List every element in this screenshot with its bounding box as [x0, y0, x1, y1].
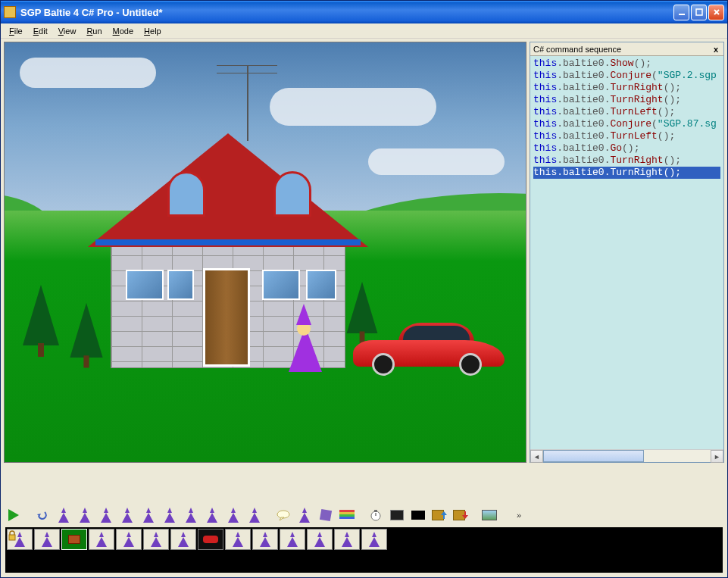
code-line[interactable]: this.baltie0.Conjure("SGP.87.sg [533, 118, 720, 130]
code-line[interactable]: this.baltie0.TurnRight(); [533, 82, 720, 94]
tool-wizard-walk[interactable] [54, 506, 73, 524]
scene-car [353, 323, 505, 376]
tool-wizard-action2[interactable] [245, 506, 264, 524]
tool-speech[interactable] [273, 506, 293, 524]
tool-cube[interactable] [316, 506, 336, 524]
command-thumb[interactable] [225, 529, 251, 550]
code-panel-close-icon[interactable]: x [711, 45, 720, 54]
close-button[interactable] [708, 5, 724, 20]
menu-run[interactable]: Run [81, 25, 107, 37]
horizontal-scrollbar[interactable]: ◄ ► [530, 449, 723, 462]
titlebar[interactable]: SGP Baltie 4 C# Pro - Untitled* [1, 1, 727, 23]
code-line[interactable]: this.baltie0.TurnRight(); [533, 94, 720, 106]
menu-view[interactable]: View [53, 25, 82, 37]
menu-help[interactable]: Help [139, 25, 167, 37]
tool-wizard-turnright2[interactable] [139, 506, 158, 524]
svg-rect-7 [339, 514, 355, 517]
window-title: SGP Baltie 4 C# Pro - Untitled* [20, 7, 673, 18]
code-line[interactable]: this.baltie0.TurnRight(); [533, 167, 720, 179]
menubar: File Edit View Run Mode Help [1, 23, 727, 39]
svg-rect-6 [339, 512, 355, 514]
tool-wizard-wave[interactable] [160, 506, 180, 524]
command-thumb[interactable] [280, 529, 305, 550]
tool-wizard-turn[interactable] [75, 506, 95, 524]
command-thumb[interactable] [34, 529, 60, 550]
svg-rect-5 [339, 510, 355, 512]
svg-rect-1 [696, 9, 702, 15]
tool-wizard-go[interactable] [96, 506, 116, 524]
scene-wizard [285, 304, 323, 372]
code-line[interactable]: this.baltie0.TurnLeft(); [533, 130, 720, 142]
app-icon [4, 6, 16, 18]
tool-box-down[interactable] [451, 506, 470, 524]
scroll-thumb[interactable] [543, 450, 644, 462]
tool-stopwatch[interactable] [366, 506, 386, 524]
svg-rect-10 [374, 510, 377, 512]
code-panel-title: C# command sequence [533, 45, 711, 54]
command-thumb[interactable] [307, 529, 333, 550]
code-area[interactable]: this.baltie0.Show();this.baltie0.Conjure… [530, 56, 723, 449]
tool-wizard-turnleft[interactable] [202, 506, 222, 524]
maximize-button[interactable] [691, 5, 707, 20]
tool-wizard-action[interactable] [223, 506, 243, 524]
command-thumb[interactable] [61, 529, 87, 550]
tool-wizard-wave2[interactable] [181, 506, 201, 524]
code-line[interactable]: this.baltie0.Go(); [533, 142, 720, 155]
command-thumb[interactable] [334, 529, 360, 550]
command-thumb[interactable] [143, 529, 169, 550]
command-thumb[interactable] [252, 529, 278, 550]
tool-black-box[interactable] [408, 506, 428, 524]
menu-mode[interactable]: Mode [108, 25, 139, 37]
svg-rect-8 [339, 517, 355, 519]
code-panel: C# command sequence x this.baltie0.Show(… [530, 42, 724, 463]
tool-more[interactable]: » [508, 506, 528, 524]
scene-viewport[interactable] [4, 42, 526, 463]
tool-wizard-turnright[interactable] [117, 506, 137, 524]
tool-terminal[interactable] [387, 506, 407, 524]
command-thumb[interactable] [116, 529, 142, 550]
scroll-left-button[interactable]: ◄ [530, 450, 543, 463]
code-line[interactable]: this.baltie0.Conjure("SGP.2.sgp [533, 70, 720, 82]
menu-file[interactable]: File [4, 25, 28, 37]
toolbar: » [1, 505, 727, 526]
code-line[interactable]: this.baltie0.Show(); [533, 58, 720, 70]
tool-screen[interactable] [480, 506, 499, 524]
tool-wizard-think[interactable] [295, 506, 314, 524]
command-thumb[interactable] [170, 529, 196, 550]
command-thumb[interactable] [361, 529, 387, 550]
code-line[interactable]: this.baltie0.TurnLeft(); [533, 106, 720, 118]
tool-box-up[interactable] [430, 506, 449, 524]
code-line[interactable]: this.baltie0.TurnRight(); [533, 155, 720, 167]
tool-rainbow[interactable] [337, 506, 357, 524]
minimize-button[interactable] [673, 5, 689, 20]
command-thumb[interactable] [89, 529, 114, 550]
menu-edit[interactable]: Edit [28, 25, 53, 37]
command-thumb[interactable] [198, 529, 223, 550]
scroll-track[interactable] [543, 450, 711, 462]
tool-play[interactable] [4, 506, 23, 524]
command-strip [5, 527, 723, 573]
svg-rect-0 [679, 14, 685, 15]
scroll-right-button[interactable]: ► [711, 450, 723, 463]
tool-undo[interactable] [33, 506, 52, 524]
